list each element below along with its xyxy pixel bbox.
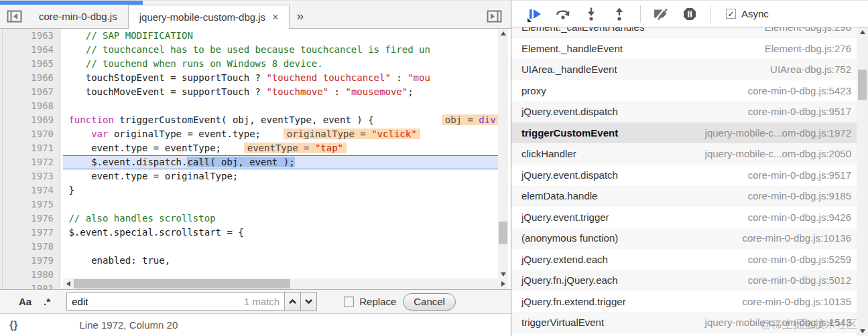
callstack-frame[interactable]: triggerCustomEventjquery-mobile-c...om-d…	[511, 122, 857, 144]
callstack-frame[interactable]: triggerVirtualEventjquery-mobile-c...om-…	[511, 312, 857, 333]
code-line[interactable]: event.type = originalType;	[63, 169, 498, 183]
line-number-gutter: 1963196419651966196719681969197019711972…	[0, 29, 60, 289]
line-number[interactable]: 1973	[3, 169, 60, 183]
frame-location: core-min-0-dbg.js:5423	[748, 85, 851, 96]
callstack-frame[interactable]: proxycore-min-0-dbg.js:5423	[511, 80, 857, 102]
line-number[interactable]: 1964	[3, 43, 60, 57]
line-number[interactable]: 1974	[3, 183, 60, 197]
code-line[interactable]	[63, 197, 498, 212]
active-tab-accent-bar	[0, 1, 143, 5]
step-out-button[interactable]	[612, 7, 627, 21]
callstack-frame[interactable]: jQuery.fn.extend.triggercore-min-0-dbg.j…	[511, 291, 857, 313]
code-line[interactable]: $.event.special.scrollstart = {	[63, 226, 498, 240]
callstack-scroll-thumb[interactable]	[858, 70, 867, 100]
code-editor: 1963196419651966196719681969197019711972…	[0, 29, 511, 289]
frame-location: core-min-0-dbg.js:9185	[748, 190, 851, 201]
line-number[interactable]: 1976	[3, 212, 60, 226]
callstack-frame[interactable]: Element._handleEventElement-dbg.js:276	[511, 38, 857, 60]
code-line[interactable]	[63, 99, 498, 113]
line-number[interactable]: 1969	[3, 113, 60, 127]
step-into-button[interactable]	[584, 7, 599, 21]
scroll-left-arrow-icon[interactable]	[63, 279, 73, 288]
line-number[interactable]: 1970	[3, 127, 60, 141]
line-number[interactable]: 1977	[3, 226, 60, 240]
step-out-icon	[615, 7, 624, 21]
code-line[interactable]: // SAP MODIFICATION	[63, 29, 498, 43]
callstack-frame[interactable]: elemData.handlecore-min-0-dbg.js:9185	[511, 185, 857, 207]
panel-left-icon	[7, 10, 22, 23]
next-match-button[interactable]	[300, 292, 317, 311]
code-line[interactable]: touchStopEvent = supportTouch ? "touchen…	[63, 71, 498, 85]
code-line[interactable]: touchMoveEvent = supportTouch ? "touchmo…	[63, 85, 498, 99]
scroll-down-arrow-icon[interactable]	[498, 270, 508, 279]
step-over-button[interactable]	[556, 7, 570, 21]
line-number[interactable]: 1965	[3, 57, 60, 71]
cancel-button[interactable]: Cancel	[403, 293, 456, 311]
code-line[interactable]: // touchcancel has to be used because to…	[63, 43, 498, 57]
line-number[interactable]: 1978	[3, 240, 60, 254]
code-line[interactable]: // touchend when runs on Windows 8 devic…	[63, 57, 498, 71]
frame-location: core-min-0-dbg.js:5012	[748, 274, 851, 286]
callstack-frame[interactable]: jQuery.event.dispatchcore-min-0-dbg.js:9…	[511, 165, 857, 186]
debugger-pane: ✓ Async Element._callEventHandlesElement…	[511, 1, 868, 336]
line-number[interactable]: 1972	[3, 155, 60, 169]
code-line[interactable]	[63, 240, 498, 254]
deactivate-breakpoints-button[interactable]	[654, 7, 669, 21]
line-number[interactable]: 1981	[3, 282, 60, 289]
editor-vertical-scrollbar[interactable]	[498, 29, 508, 279]
code-line[interactable]: event.type = eventType; eventType = "tap…	[63, 141, 498, 155]
callstack-frame[interactable]: jQuery.event.triggercore-min-0-dbg.js:94…	[511, 207, 857, 228]
callstack-frame[interactable]: jQuery.event.dispatchcore-min-0-dbg.js:9…	[511, 101, 857, 122]
code-line[interactable]: function triggerCustomEvent( obj, eventT…	[63, 113, 498, 127]
tab-core-min-0-dbg[interactable]: core-min-0-dbg.js	[28, 5, 128, 27]
replace-checkbox[interactable]	[344, 297, 354, 307]
scroll-up-arrow-icon[interactable]	[498, 29, 508, 38]
close-tab-icon[interactable]: ×	[272, 12, 278, 23]
vertical-scroll-thumb[interactable]	[499, 222, 507, 244]
search-input[interactable]	[67, 296, 284, 307]
line-number[interactable]: 1975	[3, 197, 60, 212]
pretty-print-icon[interactable]: {}	[9, 319, 17, 331]
callstack-frame[interactable]: jQuery.fn.jQuery.eachcore-min-0-dbg.js:5…	[511, 270, 857, 291]
async-checkbox[interactable]: ✓	[726, 9, 736, 19]
code-content[interactable]: // SAP MODIFICATION // touchcancel has t…	[60, 29, 498, 289]
resume-script-button[interactable]	[528, 7, 542, 21]
callstack-frame[interactable]: clickHandlerjquery-mobile-c...om-dbg.js:…	[511, 143, 857, 165]
callstack-scrollbar[interactable]	[857, 27, 868, 336]
regex-button[interactable]: .*	[44, 296, 50, 307]
callstack-frame[interactable]: (anonymous function)core-min-0-dbg.js:10…	[511, 228, 857, 249]
code-line[interactable]: var originalType = event.type; originalT…	[63, 127, 498, 141]
horizontal-scroll-thumb[interactable]	[74, 279, 290, 288]
frame-function-name: UIArea._handleEvent	[521, 64, 617, 75]
line-number[interactable]: 1979	[3, 254, 60, 268]
frame-function-name: proxy	[521, 85, 546, 96]
scroll-right-arrow-icon[interactable]	[498, 279, 508, 288]
editor-horizontal-scrollbar[interactable]	[63, 278, 508, 289]
line-number[interactable]: 1966	[3, 71, 60, 85]
line-number[interactable]: 1980	[3, 268, 60, 282]
code-line[interactable]: }	[63, 183, 498, 197]
chevron-down-icon	[304, 299, 313, 305]
frame-function-name: Element._handleEvent	[521, 43, 623, 54]
scroll-up-arrow-icon[interactable]	[857, 27, 868, 37]
line-number[interactable]: 1971	[3, 141, 60, 155]
callstack-frame[interactable]: jQuery.extend.eachcore-min-0-dbg.js:5259	[511, 249, 857, 270]
code-line[interactable]: $.event.dispatch.call( obj, event );	[63, 155, 498, 169]
scroll-down-arrow-icon[interactable]	[857, 327, 868, 336]
line-number[interactable]: 1968	[3, 99, 60, 113]
previous-match-button[interactable]	[284, 292, 301, 311]
tab-overflow-chevron[interactable]: »	[296, 9, 304, 23]
code-line[interactable]: enabled: true,	[63, 254, 498, 268]
tab-jquery-mobile-custom-dbg[interactable]: jquery-mobile-custom-dbg.js ×	[128, 5, 290, 29]
line-number[interactable]: 1967	[3, 85, 60, 99]
tab-label: jquery-mobile-custom-dbg.js	[139, 11, 265, 23]
toggle-navigator-button[interactable]	[0, 5, 28, 27]
frame-function-name: jQuery.fn.jQuery.each	[521, 274, 618, 286]
callstack-frame[interactable]: UIArea._handleEventUIArea-dbg.js:752	[511, 59, 857, 80]
match-case-button[interactable]: Aa	[19, 296, 32, 307]
toggle-debugger-sidebar-button[interactable]	[480, 5, 508, 27]
line-number[interactable]: 1963	[3, 29, 60, 43]
callstack-frame[interactable]: Element._callEventHandlesElement-dbg.js:…	[511, 27, 857, 38]
code-line[interactable]: // also handles scrollstop	[63, 212, 498, 226]
pause-on-exceptions-button[interactable]	[682, 7, 697, 21]
